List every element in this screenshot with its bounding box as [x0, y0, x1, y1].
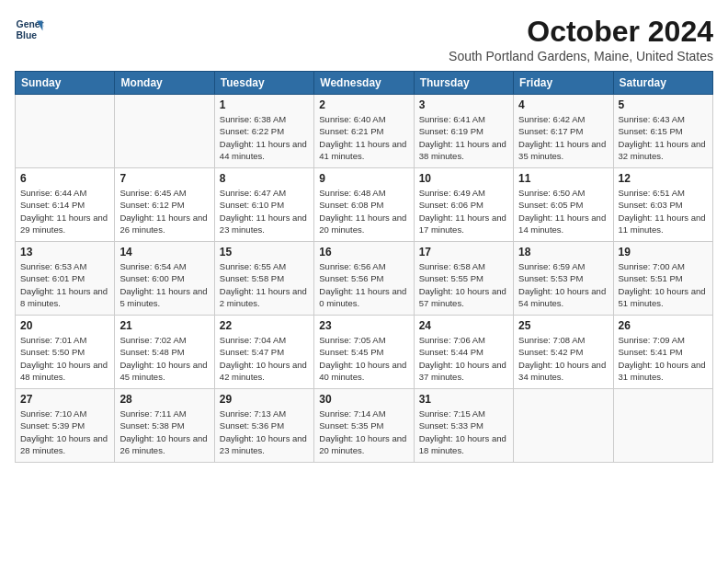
day-info: Sunrise: 6:41 AMSunset: 6:19 PMDaylight:…	[419, 113, 508, 162]
day-info: Sunrise: 6:59 AMSunset: 5:53 PMDaylight:…	[518, 260, 608, 309]
day-info: Sunrise: 6:49 AMSunset: 6:06 PMDaylight:…	[419, 187, 508, 236]
weekday-header-thursday: Thursday	[414, 72, 513, 95]
day-info: Sunrise: 7:01 AMSunset: 5:50 PMDaylight:…	[20, 334, 109, 383]
calendar-week-2: 6Sunrise: 6:44 AMSunset: 6:14 PMDaylight…	[16, 168, 713, 242]
day-info: Sunrise: 6:54 AMSunset: 6:00 PMDaylight:…	[119, 260, 209, 309]
weekday-header-row: SundayMondayTuesdayWednesdayThursdayFrid…	[16, 72, 713, 95]
weekday-header-friday: Friday	[514, 72, 613, 95]
calendar-cell: 13Sunrise: 6:53 AMSunset: 6:01 PMDayligh…	[16, 242, 115, 316]
day-number: 19	[619, 246, 708, 259]
calendar-cell: 6Sunrise: 6:44 AMSunset: 6:14 PMDaylight…	[16, 168, 115, 242]
weekday-header-tuesday: Tuesday	[214, 72, 313, 95]
day-number: 21	[119, 319, 209, 332]
day-number: 17	[419, 246, 508, 259]
logo: General Blue	[15, 15, 44, 44]
calendar-cell: 25Sunrise: 7:08 AMSunset: 5:42 PMDayligh…	[514, 316, 613, 389]
day-info: Sunrise: 6:45 AMSunset: 6:12 PMDaylight:…	[119, 187, 209, 236]
calendar-cell: 19Sunrise: 7:00 AMSunset: 5:51 PMDayligh…	[613, 242, 712, 316]
weekday-header-saturday: Saturday	[613, 72, 712, 95]
day-number: 1	[220, 98, 309, 111]
day-info: Sunrise: 6:43 AMSunset: 6:15 PMDaylight:…	[619, 113, 708, 162]
day-info: Sunrise: 6:42 AMSunset: 6:17 PMDaylight:…	[518, 113, 608, 162]
day-number: 4	[518, 98, 608, 111]
day-info: Sunrise: 7:11 AMSunset: 5:38 PMDaylight:…	[119, 408, 209, 456]
day-info: Sunrise: 7:00 AMSunset: 5:51 PMDaylight:…	[619, 260, 708, 309]
calendar-cell: 8Sunrise: 6:47 AMSunset: 6:10 PMDaylight…	[214, 168, 313, 242]
day-number: 10	[419, 172, 508, 185]
day-info: Sunrise: 7:09 AMSunset: 5:41 PMDaylight:…	[619, 334, 708, 383]
calendar-cell: 1Sunrise: 6:38 AMSunset: 6:22 PMDaylight…	[214, 95, 313, 168]
calendar-week-1: 1Sunrise: 6:38 AMSunset: 6:22 PMDaylight…	[16, 95, 713, 168]
day-info: Sunrise: 6:53 AMSunset: 6:01 PMDaylight:…	[20, 260, 109, 309]
calendar-week-3: 13Sunrise: 6:53 AMSunset: 6:01 PMDayligh…	[16, 242, 713, 316]
calendar-cell: 7Sunrise: 6:45 AMSunset: 6:12 PMDaylight…	[115, 168, 214, 242]
day-number: 28	[119, 393, 209, 406]
calendar-cell: 3Sunrise: 6:41 AMSunset: 6:19 PMDaylight…	[414, 95, 513, 168]
day-number: 8	[220, 172, 309, 185]
calendar-body: 1Sunrise: 6:38 AMSunset: 6:22 PMDaylight…	[16, 95, 713, 463]
day-number: 18	[518, 246, 608, 259]
calendar-cell: 11Sunrise: 6:50 AMSunset: 6:05 PMDayligh…	[514, 168, 613, 242]
day-info: Sunrise: 6:44 AMSunset: 6:14 PMDaylight:…	[20, 187, 109, 236]
day-number: 12	[619, 172, 708, 185]
calendar-cell	[115, 95, 214, 168]
title-block: October 2024 South Portland Gardens, Mai…	[449, 15, 713, 63]
day-info: Sunrise: 7:06 AMSunset: 5:44 PMDaylight:…	[419, 334, 508, 383]
day-number: 31	[419, 393, 508, 406]
day-info: Sunrise: 7:15 AMSunset: 5:33 PMDaylight:…	[419, 408, 508, 456]
day-info: Sunrise: 7:10 AMSunset: 5:39 PMDaylight:…	[20, 408, 109, 456]
calendar-cell: 29Sunrise: 7:13 AMSunset: 5:36 PMDayligh…	[214, 389, 313, 463]
calendar-cell: 18Sunrise: 6:59 AMSunset: 5:53 PMDayligh…	[514, 242, 613, 316]
calendar-cell: 15Sunrise: 6:55 AMSunset: 5:58 PMDayligh…	[214, 242, 313, 316]
calendar-cell: 2Sunrise: 6:40 AMSunset: 6:21 PMDaylight…	[314, 95, 414, 168]
day-number: 29	[220, 393, 309, 406]
calendar-cell: 27Sunrise: 7:10 AMSunset: 5:39 PMDayligh…	[16, 389, 115, 463]
calendar-cell: 22Sunrise: 7:04 AMSunset: 5:47 PMDayligh…	[214, 316, 313, 389]
calendar-cell: 16Sunrise: 6:56 AMSunset: 5:56 PMDayligh…	[314, 242, 414, 316]
calendar-cell: 28Sunrise: 7:11 AMSunset: 5:38 PMDayligh…	[115, 389, 214, 463]
calendar-cell: 21Sunrise: 7:02 AMSunset: 5:48 PMDayligh…	[115, 316, 214, 389]
day-number: 22	[220, 319, 309, 332]
day-number: 9	[319, 172, 408, 185]
calendar-cell: 14Sunrise: 6:54 AMSunset: 6:00 PMDayligh…	[115, 242, 214, 316]
calendar-cell: 10Sunrise: 6:49 AMSunset: 6:06 PMDayligh…	[414, 168, 513, 242]
day-info: Sunrise: 7:02 AMSunset: 5:48 PMDaylight:…	[119, 334, 209, 383]
day-number: 14	[119, 246, 209, 259]
calendar-cell: 23Sunrise: 7:05 AMSunset: 5:45 PMDayligh…	[314, 316, 414, 389]
day-number: 27	[20, 393, 109, 406]
day-number: 11	[518, 172, 608, 185]
day-number: 26	[619, 319, 708, 332]
calendar-cell: 17Sunrise: 6:58 AMSunset: 5:55 PMDayligh…	[414, 242, 513, 316]
calendar-cell: 4Sunrise: 6:42 AMSunset: 6:17 PMDaylight…	[514, 95, 613, 168]
calendar-table: SundayMondayTuesdayWednesdayThursdayFrid…	[15, 71, 713, 463]
day-number: 16	[319, 246, 408, 259]
day-number: 5	[619, 98, 708, 111]
logo-icon: General Blue	[15, 15, 44, 44]
month-title: October 2024	[449, 15, 713, 49]
day-number: 6	[20, 172, 109, 185]
weekday-header-wednesday: Wednesday	[314, 72, 414, 95]
day-info: Sunrise: 6:40 AMSunset: 6:21 PMDaylight:…	[319, 113, 408, 162]
day-number: 30	[319, 393, 408, 406]
day-number: 24	[419, 319, 508, 332]
day-info: Sunrise: 7:14 AMSunset: 5:35 PMDaylight:…	[319, 408, 408, 456]
calendar-week-5: 27Sunrise: 7:10 AMSunset: 5:39 PMDayligh…	[16, 389, 713, 463]
day-info: Sunrise: 6:38 AMSunset: 6:22 PMDaylight:…	[220, 113, 309, 162]
svg-text:Blue: Blue	[17, 30, 38, 40]
day-number: 2	[319, 98, 408, 111]
day-info: Sunrise: 6:48 AMSunset: 6:08 PMDaylight:…	[319, 187, 408, 236]
day-number: 20	[20, 319, 109, 332]
day-info: Sunrise: 7:08 AMSunset: 5:42 PMDaylight:…	[518, 334, 608, 383]
day-info: Sunrise: 6:58 AMSunset: 5:55 PMDaylight:…	[419, 260, 508, 309]
calendar-cell: 20Sunrise: 7:01 AMSunset: 5:50 PMDayligh…	[16, 316, 115, 389]
location-title: South Portland Gardens, Maine, United St…	[449, 49, 713, 63]
day-info: Sunrise: 7:04 AMSunset: 5:47 PMDaylight:…	[220, 334, 309, 383]
calendar-header: SundayMondayTuesdayWednesdayThursdayFrid…	[16, 72, 713, 95]
day-number: 15	[220, 246, 309, 259]
day-info: Sunrise: 7:05 AMSunset: 5:45 PMDaylight:…	[319, 334, 408, 383]
calendar-cell: 9Sunrise: 6:48 AMSunset: 6:08 PMDaylight…	[314, 168, 414, 242]
weekday-header-sunday: Sunday	[16, 72, 115, 95]
calendar-cell	[613, 389, 712, 463]
calendar-cell	[16, 95, 115, 168]
calendar-week-4: 20Sunrise: 7:01 AMSunset: 5:50 PMDayligh…	[16, 316, 713, 389]
